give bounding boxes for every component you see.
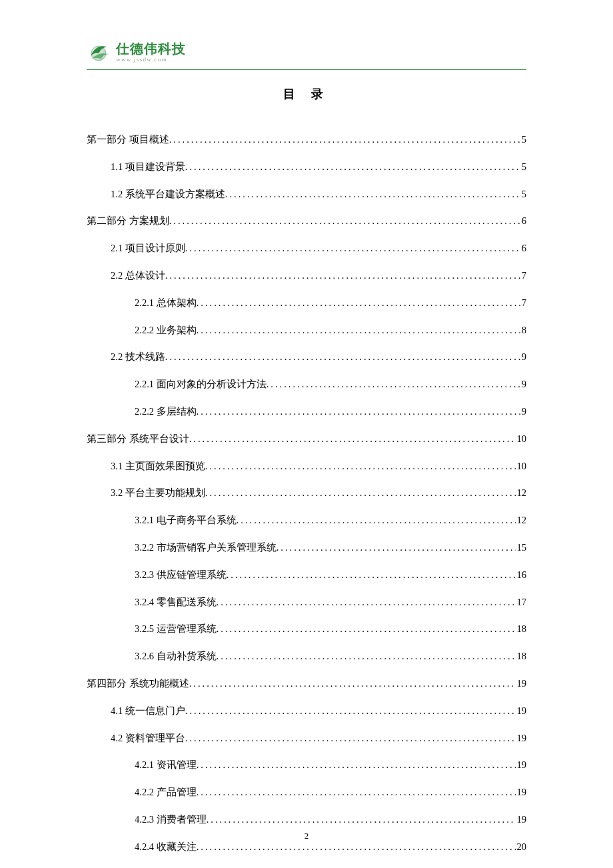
toc-entry-label: 2.1 项目设计原则: [111, 241, 185, 255]
toc-entry-page: 19: [516, 704, 527, 717]
toc-entry-page: 12: [516, 513, 527, 527]
toc-entry-label: 4.2.4 收藏关注: [135, 840, 197, 853]
toc-leader-dots: [205, 459, 516, 473]
toc-entry-label: 4.2.2 产品管理: [135, 785, 197, 799]
toc-entry[interactable]: 3.2.1 电子商务平台系统12: [87, 513, 526, 527]
toc-entry-label: 3.2.2 市场营销客户关系管理系统: [135, 541, 277, 554]
toc-entry-label: 2.2 总体设计: [111, 269, 165, 282]
toc-entry[interactable]: 3.2 平台主要功能规划12: [87, 486, 526, 499]
toc-leader-dots: [217, 595, 516, 609]
toc-entry-page: 15: [516, 541, 527, 554]
toc-entry-page: 19: [516, 785, 527, 799]
toc-entry[interactable]: 1.2 系统平台建设方案概述5: [87, 187, 526, 201]
toc-entry[interactable]: 3.2.5 运营管理系统18: [87, 622, 526, 635]
toc-leader-dots: [197, 840, 516, 853]
toc-entry-label: 3.2.3 供应链管理系统: [135, 568, 227, 581]
toc-leader-dots: [207, 813, 516, 826]
toc-entry[interactable]: 第一部分 项目概述5: [87, 133, 526, 146]
toc-leader-dots: [185, 241, 520, 255]
toc-leader-dots: [197, 296, 520, 309]
toc-leader-dots: [165, 350, 520, 363]
toc-entry[interactable]: 4.2.3 消费者管理19: [87, 813, 526, 826]
toc-entry[interactable]: 4.1 统一信息门户19: [87, 704, 526, 717]
toc-entry-page: 19: [516, 758, 527, 771]
page-number: 2: [0, 831, 613, 841]
toc-leader-dots: [165, 269, 520, 282]
toc-entry[interactable]: 3.2.2 市场营销客户关系管理系统15: [87, 541, 526, 554]
toc-entry-page: 19: [516, 813, 527, 826]
toc-leader-dots: [197, 758, 516, 771]
toc-entry-label: 4.1 统一信息门户: [111, 704, 185, 717]
toc-entry-page: 18: [516, 649, 527, 663]
toc-entry-label: 4.2 资料管理平台: [111, 731, 185, 745]
toc-leader-dots: [169, 133, 520, 146]
toc-entry-page: 5: [520, 133, 526, 146]
toc-entry[interactable]: 3.1 主页面效果图预览10: [87, 459, 526, 473]
toc-entry-page: 10: [516, 432, 527, 445]
toc-entry-label: 1.2 系统平台建设方案概述: [111, 187, 225, 201]
toc-entry[interactable]: 4.2.2 产品管理19: [87, 785, 526, 799]
toc-leader-dots: [225, 187, 520, 201]
toc-entry-label: 2.2.2 多层结构: [135, 405, 197, 418]
toc-leader-dots: [185, 160, 520, 173]
toc-entry[interactable]: 第三部分 系统平台设计10: [87, 432, 526, 445]
logo-name-cn: 仕德伟科技: [116, 42, 186, 55]
toc-entry[interactable]: 2.2.1 总体架构7: [87, 296, 526, 309]
toc-entry-page: 19: [516, 731, 527, 745]
toc-entry[interactable]: 2.1 项目设计原则6: [87, 241, 526, 255]
toc-leader-dots: [197, 323, 520, 337]
toc-entry-label: 4.2.3 消费者管理: [135, 813, 207, 826]
toc-entry[interactable]: 3.2.6 自动补货系统18: [87, 649, 526, 663]
toc-leader-dots: [189, 677, 516, 690]
toc-entry-page: 20: [516, 840, 527, 853]
toc-leader-dots: [217, 649, 516, 663]
toc-entry-label: 第四部分 系统功能概述: [87, 677, 189, 690]
toc-entry-page: 8: [520, 323, 526, 337]
toc-entry[interactable]: 2.2.2 多层结构9: [87, 405, 526, 418]
toc-entry-label: 2.2.2 业务架构: [135, 323, 197, 337]
toc-leader-dots: [185, 731, 516, 745]
logo-icon: [87, 40, 111, 64]
toc-entry-label: 第一部分 项目概述: [87, 133, 169, 146]
toc-entry[interactable]: 3.2.3 供应链管理系统 16: [87, 568, 526, 581]
toc-leader-dots: [185, 704, 516, 717]
toc-entry[interactable]: 第四部分 系统功能概述19: [87, 677, 526, 690]
toc-entry[interactable]: 2.2 总体设计7: [87, 269, 526, 282]
toc-leader-dots: [197, 785, 516, 799]
toc-entry-label: 第二部分 方案规划: [87, 214, 169, 227]
toc-entry-page: 12: [516, 486, 527, 499]
toc-entry-page: 17: [516, 595, 527, 609]
toc-entry-label: 3.2.5 运营管理系统: [135, 622, 217, 635]
toc-entry-page: 10: [516, 459, 527, 473]
toc-entry-label: 2.2 技术线路: [111, 350, 165, 363]
toc-entry-label: 3.2 平台主要功能规划: [111, 486, 205, 499]
toc-entry-label: 3.2.1 电子商务平台系统: [135, 513, 237, 527]
toc-entry[interactable]: 2.2.2 业务架构8: [87, 323, 526, 337]
toc-entry-page: 19: [516, 677, 527, 690]
toc-entry-label: 3.2.6 自动补货系统: [135, 649, 217, 663]
toc-entry-label: 第三部分 系统平台设计: [87, 432, 189, 445]
toc-entry[interactable]: 第二部分 方案规划6: [87, 214, 526, 227]
toc-entry[interactable]: 1.1 项目建设背景5: [87, 160, 526, 173]
toc-entry-page: 7: [520, 296, 526, 309]
toc-entry-page: 18: [516, 622, 527, 635]
toc-entry[interactable]: 2.2 技术线路9: [87, 350, 526, 363]
toc-entry-page: 9: [520, 350, 526, 363]
toc-entry[interactable]: 4.2.1 资讯管理19: [87, 758, 526, 771]
toc-entry[interactable]: 3.2.4 零售配送系统17: [87, 595, 526, 609]
toc-leader-dots: [267, 377, 520, 391]
logo-url: www.jssdw.com: [116, 57, 186, 63]
toc-entry-label: 2.2.1 面向对象的分析设计方法: [135, 377, 267, 391]
toc-leader-dots: [197, 405, 520, 418]
toc-entry-page: 9: [520, 377, 526, 391]
header: 仕德伟科技 www.jssdw.com: [87, 40, 526, 70]
toc-leader-dots: [205, 486, 516, 499]
toc-leader-dots: [227, 568, 516, 581]
toc-entry[interactable]: 4.2 资料管理平台19: [87, 731, 526, 745]
toc-leader-dots: [217, 622, 516, 635]
toc-entry-page: 5: [520, 160, 526, 173]
toc-entry[interactable]: 2.2.1 面向对象的分析设计方法9: [87, 377, 526, 391]
toc-entry[interactable]: 4.2.4 收藏关注20: [87, 840, 526, 853]
toc-entry-page: 5: [520, 187, 526, 201]
logo-text: 仕德伟科技 www.jssdw.com: [116, 42, 186, 63]
